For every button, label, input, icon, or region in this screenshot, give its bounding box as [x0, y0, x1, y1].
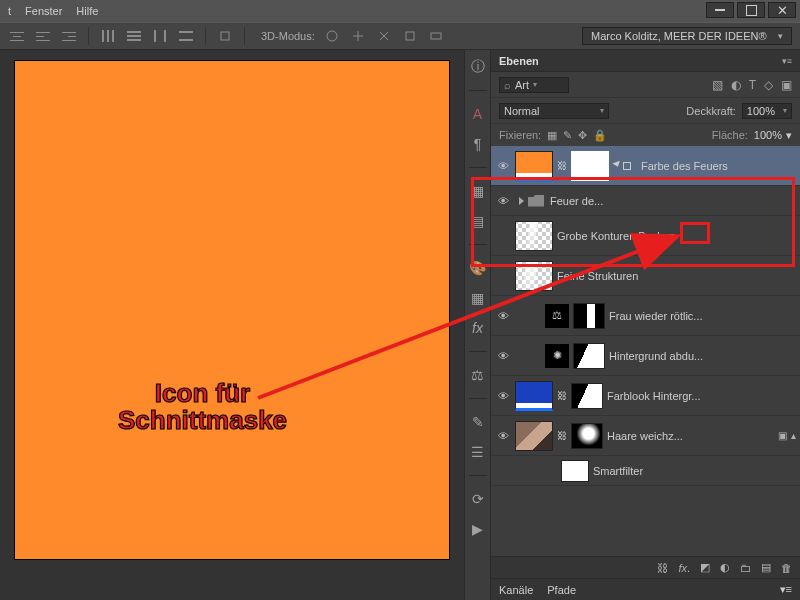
layer-name[interactable]: Haare weichz...	[607, 430, 778, 442]
layers-tab[interactable]: Ebenen	[499, 55, 539, 67]
layer-thumbnail[interactable]	[515, 151, 553, 181]
layer-name[interactable]: Farbe des Feuers	[635, 160, 796, 172]
expand-icon[interactable]	[519, 197, 524, 205]
paths-tab[interactable]: Pfade	[547, 584, 576, 596]
adjustments-panel-icon[interactable]: ⚖	[469, 366, 487, 384]
mode3d-icon[interactable]	[401, 28, 419, 44]
brush-panel-icon[interactable]: ✎	[469, 413, 487, 431]
layer-thumbnail[interactable]	[515, 261, 553, 291]
visibility-toggle[interactable]: 👁	[491, 310, 515, 322]
visibility-toggle[interactable]: 👁	[491, 390, 515, 402]
visibility-toggle[interactable]: 👁	[491, 160, 515, 172]
expand-icon[interactable]: ▴	[791, 430, 796, 441]
filter-shape-icon[interactable]: ◇	[764, 78, 773, 92]
visibility-toggle[interactable]: 👁	[491, 350, 515, 362]
svg-rect-6	[62, 32, 76, 33]
mask-thumbnail[interactable]	[571, 423, 603, 449]
layer-row[interactable]: 👁 ⛓ Haare weichz... ▣▴	[491, 416, 800, 456]
filter-mask-thumbnail[interactable]	[561, 460, 589, 482]
align-icon[interactable]	[34, 28, 52, 44]
panel-icon[interactable]: ▤	[469, 212, 487, 230]
menu-window[interactable]: t	[8, 5, 11, 17]
visibility-toggle[interactable]: 👁	[491, 430, 515, 442]
canvas[interactable]	[14, 60, 450, 560]
filter-smart-icon[interactable]: ▣	[781, 78, 792, 92]
menu-window[interactable]: Fenster	[25, 5, 62, 17]
layer-name[interactable]: Hintergrund abdu...	[609, 350, 796, 362]
filter-adjust-icon[interactable]: ◐	[731, 78, 741, 92]
layer-row[interactable]: 👁 ⛓ Farblook Hintergr...	[491, 376, 800, 416]
mode3d-icon[interactable]	[375, 28, 393, 44]
layer-name[interactable]: Farblook Hintergr...	[607, 390, 796, 402]
color-panel-icon[interactable]: 🎨	[469, 259, 487, 277]
distribute-icon[interactable]	[99, 28, 117, 44]
layer-row[interactable]: 👁 Feuer de...	[491, 186, 800, 216]
distribute-icon[interactable]	[151, 28, 169, 44]
align-icon[interactable]	[8, 28, 26, 44]
mask-thumbnail[interactable]	[573, 343, 605, 369]
group-icon[interactable]: 🗀	[740, 562, 751, 574]
align-icon[interactable]	[60, 28, 78, 44]
workspace-selector[interactable]: Marco Kolditz, MEER DER IDEEN® ▾	[582, 27, 792, 45]
channels-tab[interactable]: Kanäle	[499, 584, 533, 596]
lock-pos-icon[interactable]: ✥	[578, 129, 587, 142]
info-panel-icon[interactable]: ⓘ	[469, 58, 487, 76]
filter-type-icon[interactable]: T	[749, 78, 756, 92]
distribute-icon[interactable]	[177, 28, 195, 44]
mode3d-icon[interactable]	[427, 28, 445, 44]
window-close[interactable]: ✕	[768, 2, 796, 18]
lock-all-icon[interactable]: 🔒	[593, 129, 607, 142]
panel-flyout-icon[interactable]: ▾≡	[782, 56, 792, 66]
layer-row[interactable]: 👁 ✺ Hintergrund abdu...	[491, 336, 800, 376]
panel-icon[interactable]: ▦	[469, 182, 487, 200]
mode3d-icon[interactable]	[349, 28, 367, 44]
fx-icon[interactable]: fx.	[678, 562, 690, 574]
actions-panel-icon[interactable]: ▶	[469, 520, 487, 538]
new-layer-icon[interactable]: ▤	[761, 561, 771, 574]
panel-icon[interactable]: ☰	[469, 443, 487, 461]
mode3d-label: 3D-Modus:	[261, 30, 315, 42]
mask-icon[interactable]: ◩	[700, 561, 710, 574]
layer-name[interactable]: Feuer de...	[550, 195, 796, 207]
delete-icon[interactable]: 🗑	[781, 562, 792, 574]
styles-panel-icon[interactable]: fx	[469, 319, 487, 337]
layer-row[interactable]: 👁 ⚖ Frau wieder rötlic...	[491, 296, 800, 336]
adjustment-thumbnail[interactable]: ⚖	[545, 304, 569, 328]
layer-name[interactable]: Feine Strukturen	[557, 270, 796, 282]
layer-kind-filter[interactable]: ⌕ Art ▾	[499, 77, 569, 93]
fill-input[interactable]: 100%▾	[754, 129, 792, 142]
lock-pixels-icon[interactable]: ✎	[563, 129, 572, 142]
layer-name[interactable]: Grobe Konturen Backup	[557, 230, 796, 242]
window-maximize[interactable]	[737, 2, 765, 18]
mode3d-icon[interactable]	[323, 28, 341, 44]
svg-rect-5	[36, 40, 50, 41]
smartfilter-row[interactable]: Smartfilter	[491, 456, 800, 486]
window-minimize[interactable]	[706, 2, 734, 18]
filter-pixel-icon[interactable]: ▧	[712, 78, 723, 92]
layer-thumbnail[interactable]	[515, 421, 553, 451]
swatches-panel-icon[interactable]: ▦	[469, 289, 487, 307]
layer-thumbnail[interactable]	[515, 221, 553, 251]
link-layers-icon[interactable]: ⛓	[657, 562, 668, 574]
menu-help[interactable]: Hilfe	[76, 5, 98, 17]
mask-thumbnail[interactable]	[573, 303, 605, 329]
layer-name[interactable]: Frau wieder rötlic...	[609, 310, 796, 322]
adjustment-icon[interactable]: ◐	[720, 561, 730, 574]
opacity-input[interactable]: 100%▾	[742, 103, 792, 119]
layer-thumbnail[interactable]	[515, 381, 553, 411]
layer-row[interactable]: Feine Strukturen	[491, 256, 800, 296]
distribute-icon[interactable]	[125, 28, 143, 44]
blend-mode-select[interactable]: Normal▾	[499, 103, 609, 119]
lock-trans-icon[interactable]: ▦	[547, 129, 557, 142]
layer-row[interactable]: Grobe Konturen Backup	[491, 216, 800, 256]
panel-flyout-icon[interactable]: ▾≡	[780, 583, 792, 596]
character-panel-icon[interactable]: A	[469, 105, 487, 123]
mask-thumbnail[interactable]	[571, 151, 609, 181]
paragraph-panel-icon[interactable]: ¶	[469, 135, 487, 153]
adjustment-thumbnail[interactable]: ✺	[545, 344, 569, 368]
layer-row[interactable]: 👁 ⛓ Farbe des Feuers	[491, 146, 800, 186]
mask-thumbnail[interactable]	[571, 383, 603, 409]
distribute-icon[interactable]	[216, 28, 234, 44]
history-panel-icon[interactable]: ⟳	[469, 490, 487, 508]
visibility-toggle[interactable]: 👁	[491, 195, 515, 207]
